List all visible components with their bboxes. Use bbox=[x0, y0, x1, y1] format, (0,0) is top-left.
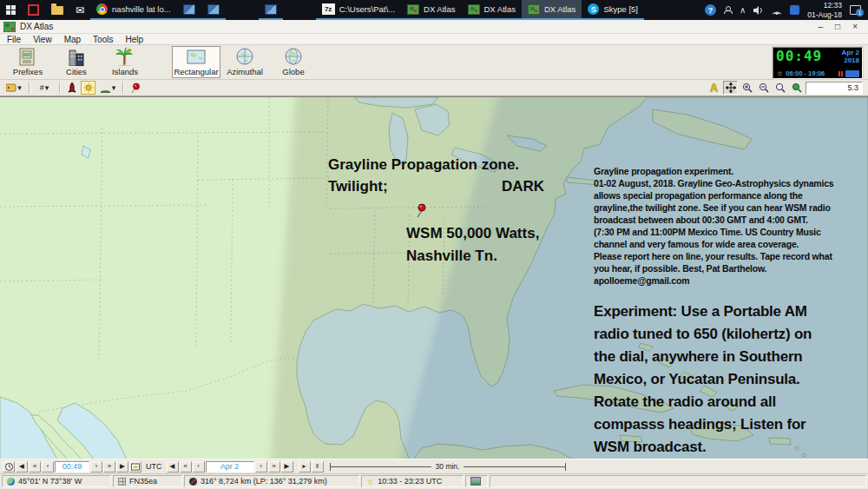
date-big-fwd-button[interactable]: ▶ bbox=[281, 461, 293, 472]
tray-clock[interactable]: 12:33 01-Aug-18 bbox=[807, 1, 842, 18]
taskbar-spacer bbox=[226, 0, 259, 20]
date-small-back-button[interactable]: ‹ bbox=[193, 461, 205, 472]
date-fwd-button[interactable]: » bbox=[268, 461, 280, 472]
dark-label: DARK bbox=[502, 178, 544, 195]
cities-button[interactable]: Cities bbox=[52, 46, 101, 78]
time-display[interactable]: 00:49 bbox=[55, 461, 89, 472]
taskbar-file-explorer[interactable] bbox=[45, 0, 69, 20]
taskbar-dxatlas-3-active[interactable]: DX Atlas bbox=[522, 0, 582, 20]
taskbar-dxatlas-1[interactable]: DX Atlas bbox=[401, 0, 461, 20]
tray-time: 12:33 bbox=[807, 1, 842, 10]
taskbar-dxatlas-2[interactable]: DX Atlas bbox=[462, 0, 522, 20]
bearing-panel: 316° 8,724 km (LP: 136° 31,279 km) bbox=[184, 475, 359, 487]
taskbar-skype[interactable]: S Skype [5] bbox=[582, 0, 644, 20]
sunset-button[interactable] bbox=[129, 461, 141, 472]
dxatlas-icon bbox=[468, 4, 480, 15]
sun-mini-icon: ☼ bbox=[366, 477, 374, 486]
azimuthal-button[interactable]: Azimuthal bbox=[220, 46, 269, 78]
folder-icon bbox=[51, 6, 63, 15]
system-tray: ? ∧ 12:33 01-Aug-18 1 bbox=[698, 0, 868, 20]
menu-file[interactable]: File bbox=[7, 35, 21, 44]
rectangular-map-icon bbox=[185, 47, 207, 66]
rocket-button[interactable] bbox=[64, 81, 79, 95]
time-big-fwd-button[interactable]: ▶ bbox=[116, 461, 128, 472]
animate-play-button[interactable]: ▸ bbox=[299, 461, 311, 472]
daylight-toggle-button[interactable] bbox=[81, 81, 95, 95]
taskbar-map-app-2[interactable] bbox=[201, 0, 226, 20]
globe-button[interactable]: Globe bbox=[269, 46, 318, 78]
show-hidden-icons-chevron[interactable]: ∧ bbox=[740, 5, 746, 15]
labels-dropdown-button[interactable]: ▾ bbox=[3, 81, 24, 95]
time-span-slider[interactable]: 30 min. bbox=[330, 462, 566, 471]
compass-icon bbox=[189, 478, 197, 486]
taskbar-7zip[interactable]: 7z C:\Users\Pat\... bbox=[316, 0, 401, 20]
islands-button[interactable]: Islands bbox=[101, 46, 149, 78]
network-icon[interactable] bbox=[772, 6, 782, 15]
taskbar-chrome[interactable]: nashville lat lo... bbox=[90, 0, 177, 20]
prefixes-label: Prefixes bbox=[13, 67, 43, 76]
menu-help[interactable]: Help bbox=[125, 35, 143, 44]
clock-pause-icon[interactable] bbox=[838, 71, 844, 76]
window-titlebar[interactable]: DX Atlas – □ × bbox=[0, 20, 868, 34]
zoom-full-icon bbox=[775, 83, 786, 93]
acrobat-icon bbox=[28, 4, 39, 16]
menu-view[interactable]: View bbox=[33, 35, 52, 44]
layers-panel bbox=[465, 475, 488, 487]
date-big-back-button[interactable]: ◀ bbox=[167, 461, 179, 472]
date-back-button[interactable]: « bbox=[180, 461, 192, 472]
close-button[interactable]: × bbox=[852, 22, 858, 31]
map-canvas[interactable]: Grayline Propagation zone. Twilight; DAR… bbox=[0, 96, 868, 459]
help-tray-icon[interactable]: ? bbox=[705, 4, 716, 16]
azimuthal-map-icon bbox=[233, 47, 256, 66]
realtime-button[interactable] bbox=[3, 461, 15, 472]
time-fwd-button[interactable]: » bbox=[103, 461, 115, 472]
zoom-out-icon bbox=[759, 83, 769, 93]
map-app-icon bbox=[183, 4, 195, 15]
grid-dropdown-button[interactable]: # ▾ bbox=[34, 81, 55, 95]
time-big-back-button[interactable]: ◀ bbox=[16, 461, 28, 472]
maximize-button[interactable]: □ bbox=[835, 22, 840, 31]
zoom-full-button[interactable] bbox=[773, 81, 787, 95]
start-button[interactable] bbox=[0, 0, 22, 20]
main-toolbar: Prefixes Cities Islands Rectangular Azim… bbox=[0, 45, 868, 80]
menu-tools[interactable]: Tools bbox=[93, 35, 113, 44]
rectangular-button[interactable]: Rectangular bbox=[172, 46, 220, 78]
grid-square-panel: FN35ea bbox=[113, 475, 182, 487]
minimize-button[interactable]: – bbox=[819, 22, 824, 31]
experiment-instructions-text: Experiment: Use a Portable AM radio tune… bbox=[594, 301, 863, 459]
speaker-icon[interactable] bbox=[753, 6, 764, 15]
map-app-icon bbox=[265, 4, 277, 15]
pan-arrows-icon bbox=[726, 83, 736, 93]
window-title: DX Atlas bbox=[20, 22, 53, 31]
twilight-label: Twilight; bbox=[328, 178, 388, 195]
tray-app-icon[interactable] bbox=[790, 5, 799, 15]
time-span-label: 30 min. bbox=[431, 462, 464, 471]
taskbar-map-app-1[interactable] bbox=[177, 0, 201, 20]
menu-map[interactable]: Map bbox=[64, 35, 81, 44]
time-back-button[interactable]: « bbox=[29, 461, 41, 472]
taskbar-map-app-3[interactable] bbox=[259, 0, 283, 20]
taskbar-acrobat[interactable] bbox=[22, 0, 45, 20]
font-button[interactable]: A bbox=[707, 81, 721, 95]
pushpin-button[interactable] bbox=[128, 81, 142, 95]
date-display[interactable]: Apr 2 bbox=[206, 461, 254, 472]
time-small-fwd-button[interactable]: › bbox=[90, 461, 102, 472]
action-center-icon[interactable]: 1 bbox=[850, 5, 861, 15]
zoom-in-button[interactable] bbox=[740, 81, 754, 95]
prefixes-button[interactable]: Prefixes bbox=[3, 46, 52, 78]
animate-pause-button[interactable]: ‖ bbox=[312, 461, 324, 472]
people-tray-icon[interactable] bbox=[724, 6, 732, 14]
pan-button[interactable] bbox=[723, 81, 738, 95]
dxatlas-window-title: DX Atlas bbox=[424, 4, 455, 14]
ionosphere-dropdown-button[interactable]: ▾ bbox=[97, 81, 118, 95]
taskbar-mail[interactable]: ✉ bbox=[69, 0, 90, 20]
zoom-level-input[interactable] bbox=[806, 82, 863, 95]
clock-date: Apr 2 bbox=[842, 49, 859, 56]
time-small-back-button[interactable]: ‹ bbox=[42, 461, 54, 472]
date-small-fwd-button[interactable]: › bbox=[255, 461, 267, 472]
dxatlas-icon bbox=[528, 4, 540, 15]
zoom-out-button[interactable] bbox=[756, 81, 771, 95]
dropdown-arrow-icon: ▾ bbox=[112, 83, 116, 92]
zoom-area-button[interactable] bbox=[789, 81, 804, 95]
skype-icon: S bbox=[588, 3, 599, 15]
